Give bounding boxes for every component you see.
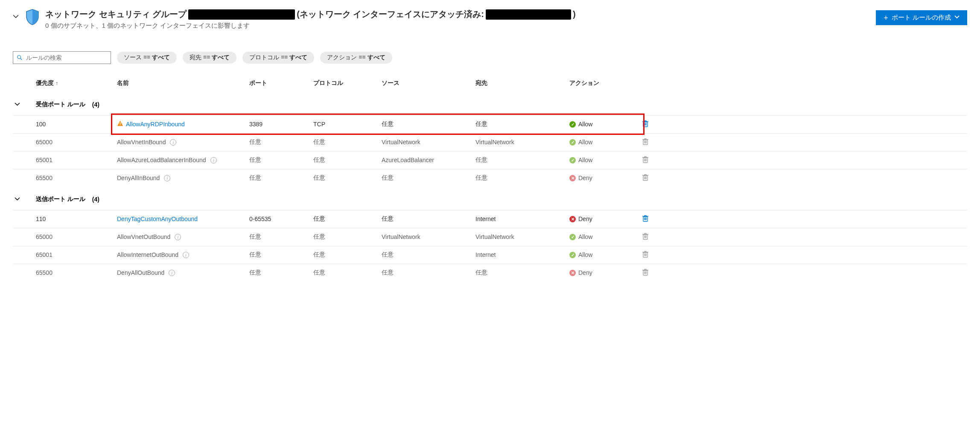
delete-button xyxy=(642,138,649,147)
filter-pill[interactable]: アクション == すべて xyxy=(320,52,392,64)
cell-action: ✕Deny xyxy=(568,212,640,226)
create-port-rule-button[interactable]: + ポート ルールの作成 xyxy=(876,10,967,25)
rule-name-link[interactable]: AllowAnyRDPInbound xyxy=(126,121,185,128)
cell-source: VirtualNetwork xyxy=(380,135,474,149)
delete-button[interactable] xyxy=(642,215,649,224)
cell-name: AllowInternetOutBound i xyxy=(115,248,248,262)
rule-name-link: AllowInternetOutBound xyxy=(117,251,178,258)
outbound-section-header[interactable]: 送信ポート ルール (4) xyxy=(13,190,967,208)
search-input[interactable] xyxy=(13,51,111,64)
cell-action: ✕Deny xyxy=(568,266,640,280)
cell-source: AzureLoadBalancer xyxy=(380,153,474,167)
cell-name: DenyAllOutBound i xyxy=(115,266,248,280)
delete-button xyxy=(642,268,649,277)
redacted-nsg-name xyxy=(188,9,295,20)
cell-protocol: 任意 xyxy=(312,265,380,280)
cell-name: AllowVnetOutBound i xyxy=(115,230,248,244)
delete-button xyxy=(642,233,649,242)
rule-name-link: AllowVnetInBound xyxy=(117,139,166,146)
table-row[interactable]: 110 DenyTagCustomAnyOutbound 0-65535 任意 … xyxy=(13,210,967,228)
rule-name-link: AllowAzureLoadBalancerInBound xyxy=(117,157,206,163)
cell-port: 任意 xyxy=(248,230,312,244)
svg-point-0 xyxy=(18,55,21,59)
delete-button xyxy=(642,156,649,165)
rules-table: 優先度↑ 名前 ポート プロトコル ソース 宛先 アクション 受信ポート ルール… xyxy=(13,74,967,282)
table-header: 優先度↑ 名前 ポート プロトコル ソース 宛先 アクション xyxy=(13,74,967,92)
search-icon xyxy=(17,55,23,61)
section-count: (4) xyxy=(92,196,99,203)
page-subtitle: 0 個のサブネット、1 個のネットワーク インターフェイスに影響します xyxy=(45,22,871,30)
deny-icon: ✕ xyxy=(569,270,576,276)
col-destination[interactable]: 宛先 xyxy=(474,76,568,90)
cell-source: 任意 xyxy=(380,171,474,185)
plus-icon: + xyxy=(884,14,888,22)
chevron-down-icon xyxy=(954,15,960,21)
delete-button[interactable] xyxy=(642,120,649,129)
col-port[interactable]: ポート xyxy=(248,76,312,90)
cell-action: ✓Allow xyxy=(568,248,640,262)
col-source[interactable]: ソース xyxy=(380,76,474,90)
cell-name: AllowAnyRDPInbound xyxy=(115,117,248,131)
cell-name: DenyAllInBound i xyxy=(115,171,248,185)
info-icon[interactable]: i xyxy=(164,175,170,181)
page-title: ネットワーク セキュリティ グループ (ネットワーク インターフェイスにアタッチ… xyxy=(45,9,871,20)
allow-icon: ✓ xyxy=(569,157,576,163)
col-action[interactable]: アクション xyxy=(568,76,640,90)
section-title: 受信ポート ルール xyxy=(36,101,85,108)
cell-priority: 65500 xyxy=(34,266,115,280)
cell-priority: 100 xyxy=(34,117,115,131)
sort-asc-icon: ↑ xyxy=(55,80,58,86)
cell-name: AllowAzureLoadBalancerInBound i xyxy=(115,153,248,167)
cell-priority: 110 xyxy=(34,212,115,226)
table-row[interactable]: 65001 AllowInternetOutBound i 任意 任意 任意 I… xyxy=(13,246,967,264)
table-row[interactable]: 65000 AllowVnetOutBound i 任意 任意 VirtualN… xyxy=(13,228,967,246)
cell-protocol: 任意 xyxy=(312,230,380,244)
table-row[interactable]: 65000 AllowVnetInBound i 任意 任意 VirtualNe… xyxy=(13,133,967,151)
col-priority[interactable]: 優先度↑ xyxy=(34,76,115,90)
info-icon[interactable]: i xyxy=(169,270,175,276)
cell-port: 任意 xyxy=(248,265,312,280)
create-button-label: ポート ルールの作成 xyxy=(892,14,951,22)
table-row[interactable]: 65500 DenyAllInBound i 任意 任意 任意 任意 ✕Deny xyxy=(13,169,967,187)
filter-bar: ソース == すべて宛先 == すべてプロトコル == すべてアクション == … xyxy=(13,51,967,64)
deny-icon: ✕ xyxy=(569,175,576,181)
cell-port: 任意 xyxy=(248,171,312,185)
info-icon[interactable]: i xyxy=(183,252,189,258)
svg-line-1 xyxy=(20,58,22,60)
cell-priority: 65500 xyxy=(34,171,115,185)
filter-pill[interactable]: ソース == すべて xyxy=(117,52,177,64)
col-name[interactable]: 名前 xyxy=(115,76,248,90)
table-row[interactable]: 65001 AllowAzureLoadBalancerInBound i 任意… xyxy=(13,151,967,169)
search-field[interactable] xyxy=(26,54,107,61)
cell-protocol: 任意 xyxy=(312,171,380,185)
delete-button xyxy=(642,174,649,183)
cell-port: 0-65535 xyxy=(248,212,312,226)
cell-protocol: 任意 xyxy=(312,248,380,262)
cell-source: 任意 xyxy=(380,117,474,131)
info-icon[interactable]: i xyxy=(175,234,181,240)
cell-port: 任意 xyxy=(248,153,312,167)
cell-protocol: TCP xyxy=(312,117,380,131)
cell-source: 任意 xyxy=(380,265,474,280)
cell-action: ✓Allow xyxy=(568,230,640,244)
filter-pill[interactable]: プロトコル == すべて xyxy=(242,52,314,64)
shield-icon xyxy=(25,9,40,27)
cell-port: 3389 xyxy=(248,117,312,131)
cell-source: 任意 xyxy=(380,212,474,226)
cell-action: ✓Allow xyxy=(568,135,640,149)
col-protocol[interactable]: プロトコル xyxy=(312,76,380,90)
chevron-down-icon[interactable] xyxy=(13,193,34,205)
table-row[interactable]: 65500 DenyAllOutBound i 任意 任意 任意 任意 ✕Den… xyxy=(13,264,967,282)
table-row[interactable]: 100 AllowAnyRDPInbound 3389 TCP 任意 任意 ✓A… xyxy=(13,115,967,133)
rule-name-link: DenyAllInBound xyxy=(117,175,160,181)
allow-icon: ✓ xyxy=(569,139,576,146)
section-title: 送信ポート ルール xyxy=(36,195,85,203)
info-icon[interactable]: i xyxy=(170,139,176,146)
info-icon[interactable]: i xyxy=(210,157,217,163)
cell-destination: 任意 xyxy=(474,117,568,131)
filter-pill[interactable]: 宛先 == すべて xyxy=(183,52,236,64)
chevron-down-icon[interactable] xyxy=(13,14,20,21)
inbound-section-header[interactable]: 受信ポート ルール (4) xyxy=(13,96,967,114)
chevron-down-icon[interactable] xyxy=(13,98,34,111)
rule-name-link[interactable]: DenyTagCustomAnyOutbound xyxy=(117,216,198,222)
